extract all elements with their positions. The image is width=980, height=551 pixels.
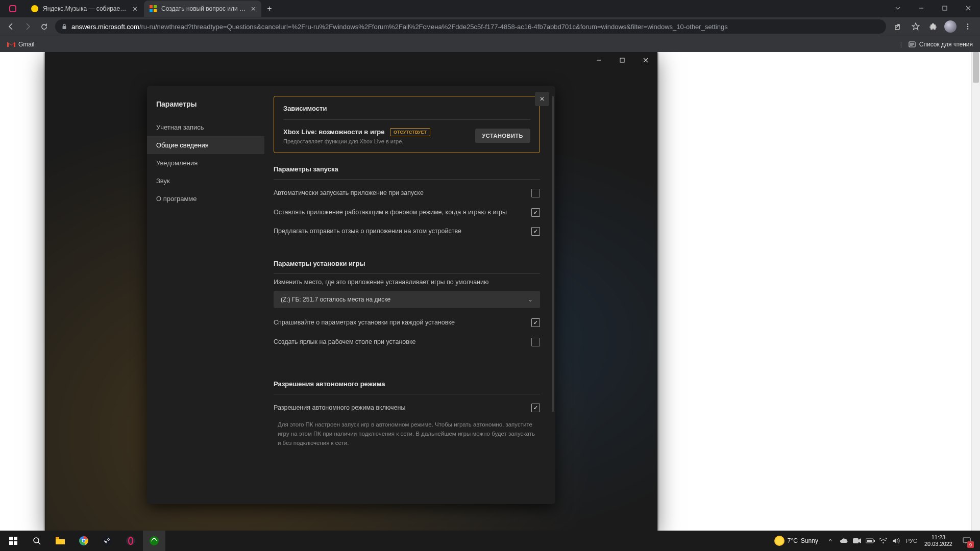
weather-widget[interactable]: 7°C Sunny xyxy=(769,536,823,546)
tab-yandex-music[interactable]: Яндекс.Музыка — собираем му ✕ xyxy=(26,1,143,17)
reload-button[interactable] xyxy=(37,19,51,34)
close-icon[interactable]: ✕ xyxy=(132,5,138,13)
back-button[interactable] xyxy=(4,19,18,34)
setting-label: Оставлять приложение работающим в фоново… xyxy=(274,208,531,217)
svg-point-25 xyxy=(34,538,39,543)
svg-rect-41 xyxy=(867,540,872,542)
svg-line-26 xyxy=(38,542,40,544)
xbox-button[interactable] xyxy=(143,531,165,551)
checkbox-autostart[interactable] xyxy=(531,189,540,197)
onedrive-icon[interactable] xyxy=(838,531,850,551)
minimize-button[interactable] xyxy=(910,0,933,16)
clock-time: 11:23 xyxy=(924,534,952,541)
language-indicator[interactable]: РУС xyxy=(904,531,919,551)
navigation-bar: answers.microsoft.com/ru-ru/newthread?th… xyxy=(0,17,980,36)
url-path: /ru-ru/newthread?threadtype=Questions&ca… xyxy=(139,23,728,31)
bookmarks-bar: Gmail | Список для чтения xyxy=(0,36,980,52)
checkbox-ask-install[interactable] xyxy=(531,318,540,327)
tray-chevron-icon[interactable]: ^ xyxy=(824,531,837,551)
volume-icon[interactable] xyxy=(891,531,903,551)
url-host: answers.microsoft.com xyxy=(71,23,139,31)
clock-date: 20.03.2022 xyxy=(924,541,952,547)
bookmark-gmail[interactable]: Gmail xyxy=(4,38,37,51)
svg-point-12 xyxy=(967,28,969,30)
sidebar-item-notifications[interactable]: Уведомления xyxy=(147,154,264,172)
new-tab-button[interactable]: + xyxy=(262,2,277,16)
dependencies-title: Зависимости xyxy=(283,105,530,120)
weather-temp: 7°C xyxy=(788,537,798,544)
close-button[interactable] xyxy=(957,0,980,16)
search-button[interactable] xyxy=(26,531,48,551)
app-minimize-button[interactable] xyxy=(587,52,610,68)
start-button[interactable] xyxy=(2,531,24,551)
chrome-button[interactable] xyxy=(72,531,95,551)
forward-button[interactable] xyxy=(20,19,35,34)
dependency-desc: Предоставляет функции для Xbox Live в иг… xyxy=(283,138,475,144)
checkbox-background[interactable] xyxy=(531,208,540,217)
tab-label: Яндекс.Музыка — собираем му xyxy=(43,5,128,12)
tab-microsoft-answers[interactable]: Создать новый вопрос или нач ✕ xyxy=(144,1,261,17)
profile-avatar[interactable] xyxy=(944,20,957,33)
reading-list[interactable]: | Список для чтения xyxy=(897,38,976,51)
install-drive-select[interactable]: (Z:) ГБ: 251.7 осталось места на диске ⌄ xyxy=(274,291,540,308)
meet-now-icon[interactable] xyxy=(851,531,863,551)
menu-button[interactable] xyxy=(960,18,976,35)
taskbar-clock[interactable]: 11:23 20.03.2022 xyxy=(920,534,957,547)
setting-label: Разрешения автономного режима включены xyxy=(274,404,531,413)
sun-icon xyxy=(774,536,785,546)
close-icon[interactable]: ✕ xyxy=(251,5,256,13)
sidebar-item-account[interactable]: Учетная запись xyxy=(147,118,264,136)
extensions-icon[interactable] xyxy=(925,18,941,35)
battery-icon[interactable] xyxy=(864,531,876,551)
missing-badge: ОТСУТСТВУЕТ xyxy=(390,128,430,136)
address-bar[interactable]: answers.microsoft.com/ru-ru/newthread?th… xyxy=(55,19,886,34)
setting-label: Спрашивайте о параметрах установки при к… xyxy=(274,318,531,328)
wifi-icon[interactable] xyxy=(877,531,890,551)
sidebar-item-about[interactable]: О программе xyxy=(147,190,264,208)
tab-label: Создать новый вопрос или нач xyxy=(161,5,247,12)
svg-rect-39 xyxy=(853,538,859,543)
divider: | xyxy=(900,41,902,48)
modal-title: Параметры xyxy=(147,94,264,118)
scrollbar-thumb[interactable] xyxy=(973,52,979,83)
explorer-button[interactable] xyxy=(49,531,71,551)
modal-close-button[interactable]: ✕ xyxy=(535,92,549,106)
page-content: ▲ ▼ ✕ Параметры Учетная запись Общие све… xyxy=(0,52,980,551)
share-icon[interactable] xyxy=(890,18,906,35)
checkbox-shortcut[interactable] xyxy=(531,338,540,346)
chrome-caret-icon[interactable] xyxy=(886,0,910,16)
reading-list-icon xyxy=(908,40,916,48)
microsoft-icon xyxy=(149,5,157,13)
dependency-name: Xbox Live: возможности в игре xyxy=(283,128,385,136)
svg-rect-24 xyxy=(14,541,17,545)
sidebar-item-general[interactable]: Общие сведения xyxy=(147,136,264,154)
install-button[interactable]: УСТАНОВИТЬ xyxy=(475,129,530,143)
action-center[interactable]: 9 xyxy=(958,531,976,551)
maximize-button[interactable] xyxy=(933,0,957,16)
bookmark-star-icon[interactable] xyxy=(908,18,924,35)
drive-value: (Z:) ГБ: 251.7 осталось места на диске xyxy=(281,296,390,303)
tab-strip: Яндекс.Музыка — собираем му ✕ Создать но… xyxy=(0,0,980,17)
checkbox-feedback[interactable] xyxy=(531,227,540,236)
bookmark-label: Gmail xyxy=(18,41,34,48)
settings-modal: ✕ Параметры Учетная запись Общие сведени… xyxy=(147,86,555,504)
steam-button[interactable] xyxy=(96,531,118,551)
page-scrollbar[interactable]: ▲ ▼ xyxy=(971,52,980,551)
offline-title: Разрешения автономного режима xyxy=(274,380,540,394)
app-titlebar xyxy=(587,52,657,68)
app-close-button[interactable] xyxy=(634,52,657,68)
svg-rect-5 xyxy=(943,6,947,10)
app-maximize-button[interactable] xyxy=(610,52,634,68)
sidebar-item-sound[interactable]: Звук xyxy=(147,172,264,190)
offline-help-text: Для этого ПК настроен запуск игр в автон… xyxy=(274,418,540,448)
svg-point-10 xyxy=(967,23,969,25)
svg-point-33 xyxy=(108,539,110,541)
svg-rect-2 xyxy=(150,9,153,12)
tab-instagram[interactable] xyxy=(4,1,24,17)
setting-autostart: Автоматически запускать приложение при з… xyxy=(274,184,540,203)
setting-feedback: Предлагать отправить отзыв о приложении … xyxy=(274,222,540,241)
checkbox-offline[interactable] xyxy=(531,404,540,412)
opera-gx-button[interactable] xyxy=(119,531,142,551)
modal-scrollbar[interactable] xyxy=(552,96,554,412)
chrome-window: Яндекс.Музыка — собираем му ✕ Создать но… xyxy=(0,0,980,551)
